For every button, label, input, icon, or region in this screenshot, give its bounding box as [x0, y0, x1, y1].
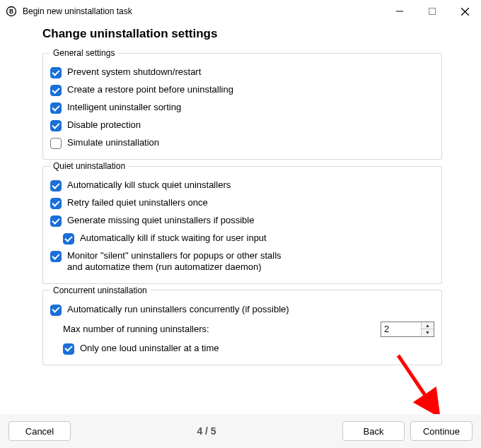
group-legend-concurrent: Concurrent uninstallation — [50, 285, 150, 295]
cancel-button[interactable]: Cancel — [8, 421, 71, 441]
label-auto-kill-waiting: Automatically kill if stuck waiting for … — [80, 232, 267, 244]
checkbox-retry-failed[interactable] — [50, 198, 62, 209]
svg-rect-3 — [429, 8, 436, 15]
checkbox-generate-missing[interactable] — [50, 216, 62, 227]
label-restore-point: Create a restore point before uninstalli… — [67, 84, 233, 95]
group-concurrent-uninstallation: Concurrent uninstallation Automatically … — [42, 285, 442, 365]
maximize-button[interactable] — [416, 0, 448, 23]
label-generate-missing: Generate missing quiet uninstallers if p… — [67, 215, 254, 226]
checkbox-disable-protection[interactable] — [50, 120, 62, 131]
app-icon: B — [6, 6, 17, 17]
back-button[interactable]: Back — [342, 421, 405, 441]
group-legend-quiet: Quiet uninstallation — [50, 161, 128, 171]
checkbox-intelligent-sort[interactable] — [50, 102, 62, 114]
label-auto-kill-stuck: Automatically kill stuck quiet uninstall… — [67, 179, 231, 191]
titlebar: B Begin new uninstallation task — [0, 0, 481, 23]
spinner-up-button[interactable]: ▲ — [422, 322, 434, 330]
close-button[interactable] — [448, 0, 481, 23]
svg-text:B: B — [9, 8, 13, 15]
page-indicator: 4 / 5 — [76, 425, 337, 437]
group-general-settings: General settings Prevent system shutdown… — [42, 48, 442, 160]
spinner-down-button[interactable]: ▼ — [422, 329, 434, 336]
checkbox-auto-kill-stuck[interactable] — [50, 180, 62, 191]
window-title: Begin new uninstallation task — [23, 6, 132, 16]
checkbox-auto-kill-waiting[interactable] — [63, 233, 74, 244]
label-max-running: Max number of running uninstallers: — [63, 324, 373, 334]
label-intelligent-sort: Intelligent uninstaller sorting — [67, 102, 181, 113]
svg-line-4 — [461, 8, 469, 16]
checkbox-only-one-loud[interactable] — [63, 343, 74, 355]
checkbox-auto-concurrent[interactable] — [50, 305, 62, 316]
footer: Cancel 4 / 5 Back Continue — [0, 414, 481, 448]
group-quiet-uninstallation: Quiet uninstallation Automatically kill … — [42, 161, 442, 284]
spinner-input-max-running[interactable] — [381, 322, 421, 336]
label-disable-protection: Disable protection — [67, 119, 141, 131]
spinner-max-running[interactable]: ▲ ▼ — [381, 322, 434, 337]
svg-line-5 — [461, 8, 469, 16]
label-auto-concurrent: Automatically run uninstallers concurren… — [67, 304, 289, 315]
minimize-button[interactable] — [383, 0, 416, 23]
checkbox-restore-point[interactable] — [50, 85, 62, 96]
checkbox-simulate[interactable] — [50, 138, 62, 149]
label-prevent-shutdown: Prevent system shutdown/restart — [67, 66, 201, 78]
checkbox-prevent-shutdown[interactable] — [50, 67, 62, 78]
group-legend-general: General settings — [50, 48, 117, 58]
label-retry-failed: Retry failed quiet uninstallers once — [67, 197, 208, 208]
continue-button[interactable]: Continue — [410, 421, 473, 441]
label-simulate: Simulate uninstallation — [67, 137, 159, 148]
label-only-one-loud: Only one loud uninstaller at a time — [80, 343, 219, 354]
content-area: Change uninstallation settings General s… — [0, 23, 481, 365]
checkbox-monitor-silent[interactable] — [50, 251, 62, 262]
page-title: Change uninstallation settings — [42, 27, 442, 41]
label-monitor-silent: Monitor "silent" uninstallers for popups… — [67, 250, 286, 273]
